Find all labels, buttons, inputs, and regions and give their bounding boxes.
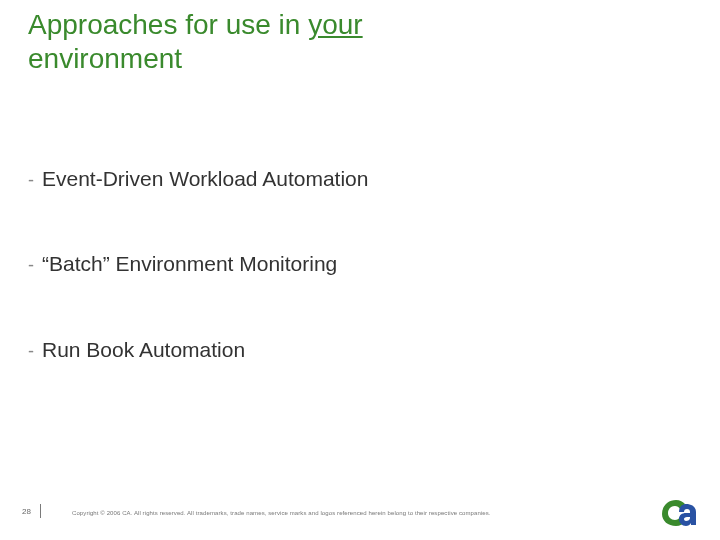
bullet-dash-icon: - xyxy=(28,340,34,363)
slide-footer: 28 Copyright © 2006 CA. All rights reser… xyxy=(0,496,720,516)
copyright-text: Copyright © 2006 CA. All rights reserved… xyxy=(72,510,491,516)
bullet-text: Event-Driven Workload Automation xyxy=(42,165,368,192)
bullet-item: - “Batch” Environment Monitoring xyxy=(28,250,668,277)
page-number: 28 xyxy=(22,507,31,516)
bullet-item: - Run Book Automation xyxy=(28,336,668,363)
slide: Approaches for use in your environment -… xyxy=(0,0,720,540)
ca-logo-icon xyxy=(656,494,702,526)
title-prefix: Approaches for use in xyxy=(28,9,308,40)
title-line2: environment xyxy=(28,43,182,74)
title-underlined-word: your xyxy=(308,9,362,40)
slide-body: - Event-Driven Workload Automation - “Ba… xyxy=(28,165,668,421)
slide-title: Approaches for use in your environment xyxy=(28,8,668,75)
bullet-item: - Event-Driven Workload Automation xyxy=(28,165,668,192)
bullet-dash-icon: - xyxy=(28,254,34,277)
bullet-dash-icon: - xyxy=(28,169,34,192)
bullet-text: Run Book Automation xyxy=(42,336,245,363)
footer-divider xyxy=(40,504,41,518)
bullet-text: “Batch” Environment Monitoring xyxy=(42,250,337,277)
